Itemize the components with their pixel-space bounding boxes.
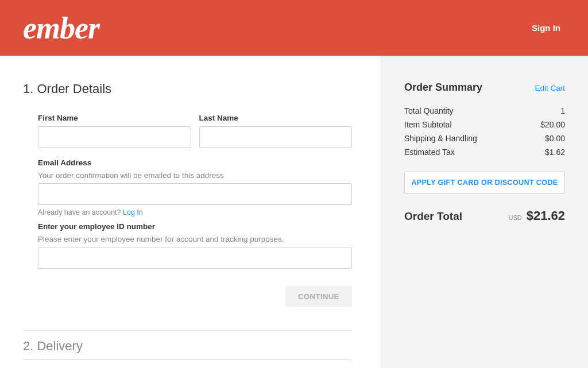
summary-tax-value: $1.62 xyxy=(545,148,565,157)
log-in-link[interactable]: Log In xyxy=(123,208,143,216)
order-total-label: Order Total xyxy=(404,210,462,223)
brand-logo: ember xyxy=(23,13,99,44)
first-name-label: First Name xyxy=(38,114,191,122)
summary-row-shipping: Shipping & Handling $0.00 xyxy=(404,134,565,143)
email-hint: Your order confirmation will be emailed … xyxy=(38,171,352,180)
step-3-title: 3. Payment xyxy=(23,359,352,368)
account-note-text: Already have an account? xyxy=(38,208,123,216)
summary-row-tax: Estimated Tax $1.62 xyxy=(404,148,565,157)
summary-qty-value: 1 xyxy=(560,106,565,115)
sign-in-link[interactable]: Sign In xyxy=(532,23,560,33)
step-1-title: 1. Order Details xyxy=(23,82,352,96)
order-summary-panel: Order Summary Edit Cart Total Quantity 1… xyxy=(381,56,588,368)
first-name-input[interactable] xyxy=(38,126,191,148)
currency-code: USD xyxy=(508,214,521,221)
summary-subtotal-value: $20.00 xyxy=(540,120,565,129)
step-2-title: 2. Delivery xyxy=(23,330,352,359)
main-layout: 1. Order Details First Name Last Name Em… xyxy=(0,56,588,368)
summary-row-qty: Total Quantity 1 xyxy=(404,106,565,115)
apply-discount-button[interactable]: APPLY GIFT CARD OR DISCOUNT CODE xyxy=(404,172,565,193)
summary-row-subtotal: Item Subtotal $20.00 xyxy=(404,120,565,129)
summary-tax-label: Estimated Tax xyxy=(404,148,455,157)
summary-qty-label: Total Quantity xyxy=(404,106,454,115)
employee-id-input[interactable] xyxy=(38,247,352,269)
edit-cart-link[interactable]: Edit Cart xyxy=(535,84,565,92)
summary-shipping-value: $0.00 xyxy=(545,134,565,143)
order-details-form: First Name Last Name Email Address Your … xyxy=(23,114,352,330)
last-name-label: Last Name xyxy=(199,114,353,122)
order-total-value: $21.62 xyxy=(527,208,565,223)
summary-shipping-label: Shipping & Handling xyxy=(404,134,477,143)
continue-button[interactable]: CONTINUE xyxy=(285,286,352,307)
top-header: ember Sign In xyxy=(0,0,588,56)
email-input[interactable] xyxy=(38,183,352,205)
order-total-row: Order Total USD $21.62 xyxy=(404,208,565,223)
checkout-steps: 1. Order Details First Name Last Name Em… xyxy=(0,56,381,368)
summary-subtotal-label: Item Subtotal xyxy=(404,120,452,129)
email-label: Email Address xyxy=(38,158,352,167)
employee-id-label: Enter your employee ID number xyxy=(38,222,352,231)
order-summary-title: Order Summary xyxy=(404,82,482,94)
employee-id-hint: Please enter your employee number for ac… xyxy=(38,235,352,243)
account-note: Already have an account? Log In xyxy=(38,208,352,216)
last-name-input[interactable] xyxy=(199,126,353,148)
